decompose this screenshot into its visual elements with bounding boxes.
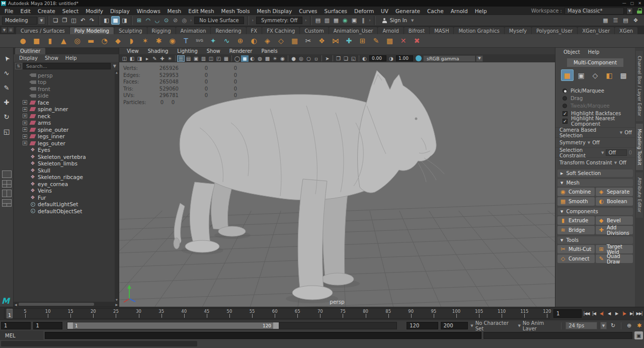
animation-preferences-icon[interactable]: ✱ <box>635 322 643 330</box>
dropdown-arrow-icon[interactable]: ▼ <box>588 141 590 145</box>
minimize-button[interactable]: — <box>622 1 626 6</box>
shelf-tab-polygons-user[interactable]: Polygons_User <box>532 27 577 34</box>
expand-icon[interactable]: + <box>23 134 27 139</box>
outliner-item-skeleton-limbs[interactable]: ❖Skeleton_limbs <box>14 160 119 167</box>
shelf-tab-rigging[interactable]: Rigging <box>147 27 176 34</box>
dropdown-arrow-icon[interactable]: ▼ <box>620 131 622 135</box>
outliner-item-neck[interactable]: +neck <box>14 113 119 120</box>
step-forward-key-button[interactable]: |▶ <box>620 309 628 318</box>
shelf-tab-animation[interactable]: Animation <box>176 27 211 34</box>
range-start-handle[interactable] <box>67 322 73 329</box>
view-transform-dropdown[interactable]: sRGB gamma <box>423 55 475 62</box>
poly-pipe-icon[interactable]: ◗ <box>126 35 137 47</box>
shelf-tab-mash[interactable]: MASH <box>430 27 453 34</box>
viewport-menu-panels[interactable]: Panels <box>257 48 282 54</box>
playback-end-field[interactable]: 120 <box>407 322 438 329</box>
menu-set-dropdown-arrow[interactable]: ▼ <box>38 17 45 25</box>
modeling-toolkit-toggle-icon[interactable]: ▦ <box>601 16 610 25</box>
menu-display[interactable]: Display <box>107 7 133 15</box>
outliner-item-arms[interactable]: +arms <box>14 120 119 127</box>
gamma-icon[interactable]: ◑ <box>387 55 395 62</box>
boolean-button[interactable]: ◐Boolean <box>596 197 633 206</box>
expand-icon[interactable]: + <box>23 121 27 125</box>
shelf-tab-animation-user[interactable]: Animation_User <box>329 27 378 34</box>
menu-modify[interactable]: Modify <box>82 7 107 15</box>
poly-gear-icon[interactable]: ✱ <box>153 35 165 47</box>
resolution-gate-icon[interactable]: ▣ <box>192 55 200 62</box>
scroll-right-icon[interactable]: ▶ <box>115 303 118 306</box>
outliner-horizontal-scrollbar[interactable]: ◀ ▶ <box>14 302 119 307</box>
snap-curve-icon[interactable]: ◠ <box>144 16 152 25</box>
isolate-select-icon[interactable]: ➤ <box>324 55 331 62</box>
poly-cone-icon[interactable]: ▲ <box>58 35 69 47</box>
bevel-button[interactable]: ◆Bevel <box>596 216 633 225</box>
safe-action-icon[interactable]: ◰ <box>215 55 222 62</box>
outliner-item-spine-outer[interactable]: +spine_outer <box>14 126 119 133</box>
shelf-tab-arnold[interactable]: Arnold <box>378 27 403 34</box>
section-soft-selection[interactable]: ▶Soft Selection <box>557 169 633 177</box>
menu-mesh-tools[interactable]: Mesh Tools <box>218 7 254 15</box>
connect-button[interactable]: ◇Connect <box>557 254 595 263</box>
viewport-menu-renderer[interactable]: Renderer <box>225 48 257 54</box>
outliner-item-defaultobjectset[interactable]: defaultObjectSet <box>14 208 119 215</box>
command-language-button[interactable]: MEL <box>0 331 43 340</box>
maximize-button[interactable]: ▢ <box>630 1 634 6</box>
snap-point-icon[interactable]: ◡ <box>153 16 162 25</box>
menu-curves[interactable]: Curves <box>295 7 320 15</box>
camera-attributes-icon[interactable]: ◧ <box>128 55 136 62</box>
select-camera-based-selection[interactable]: Camera Based Selection▼Off <box>555 127 635 137</box>
camera-lock-icon[interactable]: ◨ <box>136 55 143 62</box>
paint-select-tool-icon[interactable]: ✎ <box>2 83 12 93</box>
playback-loop-icon[interactable]: ↻ <box>609 322 617 330</box>
step-forward-frame-button[interactable]: ▶| <box>628 309 635 318</box>
wireframe-on-shaded-icon[interactable]: ◐ <box>249 55 256 62</box>
expand-icon[interactable]: + <box>23 100 27 105</box>
poly-helix-icon[interactable]: ✶ <box>139 35 151 47</box>
radio-pick-marquee[interactable]: Pick/Marquee <box>555 87 635 95</box>
menu-arnold[interactable]: Arnold <box>447 7 471 15</box>
wireframe-icon[interactable]: ◯ <box>233 55 241 62</box>
select-hierarchy-icon[interactable]: ◧ <box>102 16 111 25</box>
bridge-icon[interactable]: ⋈ <box>330 35 341 47</box>
four-pane-layout-button[interactable] <box>2 180 12 188</box>
current-time-field[interactable]: 1 <box>553 309 582 318</box>
exposure-field[interactable]: 0.00 <box>369 55 386 61</box>
viewport-content[interactable]: Verts:26592600Edges:52995300Faces:265048… <box>119 62 555 307</box>
motion-blur-icon[interactable]: ◎ <box>297 55 305 62</box>
object-mode-icon[interactable]: ■ <box>561 69 574 81</box>
render-settings-icon[interactable]: ◉ <box>341 16 350 25</box>
section-mesh[interactable]: ▼Mesh <box>557 179 633 187</box>
outliner-tab[interactable]: Outliner <box>15 48 45 54</box>
snap-grid-icon[interactable]: ⊞ <box>135 16 143 25</box>
poly-soccerball-icon[interactable]: ◉ <box>167 35 178 47</box>
playback-options-icon[interactable]: ⊕ <box>625 322 633 330</box>
type-tool-icon[interactable]: T <box>180 35 192 47</box>
smooth-icon[interactable]: ▦ <box>289 35 300 47</box>
smooth-button[interactable]: ▦Smooth <box>557 197 595 206</box>
viewport-menu-view[interactable]: View <box>122 48 143 54</box>
go-to-start-button[interactable]: |◀◀ <box>583 309 590 318</box>
color-management-icon[interactable] <box>416 55 422 61</box>
anti-aliasing-icon[interactable]: ○ <box>305 55 312 62</box>
outliner-item-spine-inner[interactable]: +spine_inner <box>14 106 119 113</box>
snap-projected-center-icon[interactable]: ⊙ <box>162 16 171 25</box>
platonic-solid-icon[interactable]: ◆ <box>112 35 124 47</box>
expand-icon[interactable]: + <box>23 107 27 112</box>
toolkit-menu-object[interactable]: Object <box>559 49 584 55</box>
save-scene-icon[interactable]: ◫ <box>69 16 78 25</box>
move-tool-icon[interactable]: ✚ <box>2 98 12 107</box>
outliner-filter-icon[interactable]: ⇅ <box>15 63 22 69</box>
scale-tool-icon[interactable]: ◱ <box>2 127 12 136</box>
delete-vertex-icon[interactable]: ✖ <box>411 35 423 47</box>
view-transform-dropdown-arrow[interactable]: ▼ <box>476 55 483 62</box>
close-button[interactable]: ✕ <box>638 1 641 6</box>
use-all-lights-icon[interactable]: ☀ <box>271 55 279 62</box>
outliner-item-skull[interactable]: ❖Skull <box>14 167 119 174</box>
menu-edit-mesh[interactable]: Edit Mesh <box>185 7 217 15</box>
side-tab-attribute-editor[interactable]: Attribute Editor <box>636 172 643 217</box>
outliner-item-eye-cornea[interactable]: ❖eye_cornea <box>14 181 119 188</box>
attribute-editor-toggle-icon[interactable]: ❖ <box>631 16 640 25</box>
pause-viewport-icon[interactable]: ‖ <box>359 16 368 25</box>
fps-dropdown-arrow[interactable]: ▼ <box>600 322 607 329</box>
checkbox-highlight-nearest-component[interactable]: ✓Highlight Nearest Component <box>555 117 635 125</box>
